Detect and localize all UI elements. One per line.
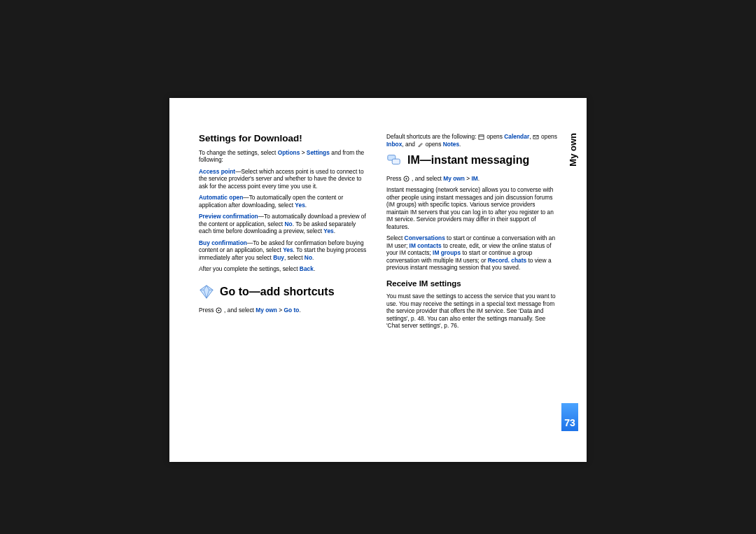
paragraph: Automatic open—To automatically open the… [199, 194, 370, 209]
heading-text: IM—instant messaging [407, 153, 529, 167]
svg-rect-3 [479, 135, 484, 139]
paragraph: Select Conversations to start or continu… [386, 234, 557, 272]
paragraph: Press , and select My own > Go to. [199, 307, 370, 314]
text: , select [284, 254, 304, 261]
inbox-icon [533, 134, 540, 141]
text: Press [199, 307, 216, 314]
key-icon [403, 175, 410, 182]
text: Select [386, 234, 405, 241]
text: To change the settings, select [199, 149, 278, 156]
text: , and select [410, 175, 444, 182]
text: . [314, 265, 315, 272]
text: Press [386, 175, 403, 182]
value: No [304, 254, 312, 261]
menu-path: My own [255, 307, 277, 314]
text: > [465, 175, 472, 182]
heading-settings-download: Settings for Download! [199, 133, 370, 145]
text: . [459, 141, 461, 148]
option-name: IM contacts [410, 242, 442, 249]
svg-rect-7 [392, 159, 400, 164]
paragraph: To change the settings, select Options >… [199, 149, 370, 164]
paragraph: Default shortcuts are the following: ope… [386, 133, 557, 148]
manual-page: My own 73 Settings for Download! To chan… [169, 98, 587, 462]
option-name: Conversations [405, 234, 445, 241]
heading-text: Go to—add shortcuts [220, 285, 335, 299]
value: Buy [273, 254, 284, 261]
value: Yes [323, 227, 333, 234]
text: opens [485, 133, 504, 140]
text: . [334, 227, 335, 234]
option-name: Record. chats [488, 257, 526, 264]
menu-path: Options [278, 149, 300, 156]
svg-point-9 [406, 178, 407, 179]
text: After you complete the settings, select [199, 265, 300, 272]
text: . [478, 175, 479, 182]
app-name: Inbox [386, 141, 402, 148]
app-name: Calendar [504, 133, 529, 140]
text: , and select [223, 307, 256, 314]
option-name: Buy confirmation [199, 239, 247, 246]
paragraph: You must save the settings to access the… [386, 293, 557, 330]
menu-path: My own [443, 175, 465, 182]
heading-im: IM—instant messaging [386, 153, 557, 168]
two-column-layout: Settings for Download! To change the set… [199, 133, 557, 441]
text: opens [424, 141, 442, 148]
value: Back [300, 265, 314, 272]
menu-path: IM [472, 175, 478, 182]
section-tab: My own [568, 133, 578, 167]
chat-bubbles-icon [386, 153, 402, 168]
paragraph: Press , and select My own > IM. [386, 175, 557, 183]
key-icon [216, 307, 223, 314]
option-name: Preview confirmation [199, 213, 258, 220]
value: Yes [295, 202, 304, 209]
text: . [305, 202, 307, 209]
svg-point-2 [218, 310, 220, 311]
notes-icon [416, 141, 424, 148]
text: > [277, 307, 284, 314]
paragraph: Access point—Select which access point i… [199, 168, 370, 190]
text: Default shortcuts are the following: [386, 133, 478, 140]
calendar-icon [478, 134, 485, 141]
left-column: Settings for Download! To change the set… [199, 133, 370, 441]
app-name: Notes [443, 141, 459, 148]
heading-receive-im: Receive IM settings [386, 279, 557, 288]
diamond-icon [199, 284, 214, 300]
paragraph: Preview confirmation—To automatically do… [199, 213, 370, 235]
menu-path: Go to [284, 307, 300, 314]
svg-marker-0 [200, 286, 213, 298]
text: , and [402, 141, 416, 148]
value: Yes [283, 246, 293, 253]
menu-path: Settings [307, 149, 330, 156]
heading-goto-shortcuts: Go to—add shortcuts [199, 284, 370, 300]
paragraph: After you complete the settings, select … [199, 265, 370, 273]
text: > [300, 149, 307, 156]
text: . [312, 254, 314, 261]
value: No [284, 220, 292, 227]
option-name: Access point [199, 168, 235, 175]
option-name: IM groups [433, 249, 461, 256]
page-number: 73 [561, 403, 578, 431]
paragraph: Instant messaging (network service) allo… [386, 186, 557, 230]
text: . [299, 307, 300, 314]
paragraph: Buy confirmation—To be asked for confirm… [199, 239, 370, 262]
text: opens [540, 133, 557, 140]
option-name: Automatic open [199, 194, 243, 201]
right-column: Default shortcuts are the following: ope… [386, 133, 557, 441]
